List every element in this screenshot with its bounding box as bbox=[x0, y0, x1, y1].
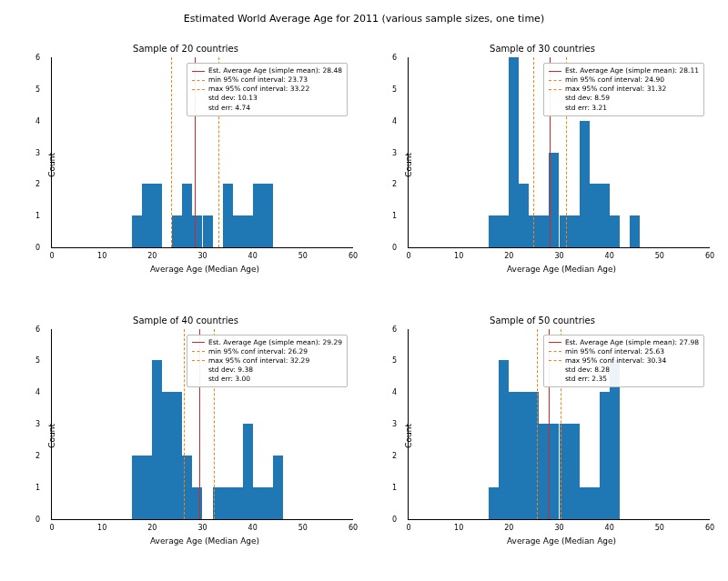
legend-row: std err: 4.74 bbox=[192, 104, 342, 113]
histogram-bar bbox=[539, 215, 549, 247]
y-tick: 3 bbox=[35, 148, 40, 156]
legend-text: min 95% conf interval: 24.90 bbox=[565, 75, 664, 85]
subplot-title: Sample of 20 countries bbox=[13, 44, 359, 54]
histogram-bar bbox=[580, 121, 590, 247]
x-tick: 30 bbox=[197, 252, 207, 260]
x-axis-label: Average Age (Median Age) bbox=[51, 536, 359, 546]
histogram-bar bbox=[600, 392, 610, 518]
legend-row: min 95% conf interval: 24.90 bbox=[549, 75, 699, 85]
blank-swatch-icon bbox=[192, 107, 205, 108]
legend-text: Est. Average Age (simple mean): 28.48 bbox=[208, 66, 342, 75]
y-tick: 5 bbox=[35, 356, 40, 365]
legend: Est. Average Age (simple mean): 27.98min… bbox=[543, 335, 704, 388]
ci-swatch-icon bbox=[549, 360, 561, 361]
histogram-bar bbox=[590, 487, 600, 519]
x-axis-label: Average Age (Median Age) bbox=[51, 265, 359, 274]
blank-swatch-icon bbox=[549, 369, 561, 370]
y-axis-label: Count bbox=[47, 153, 56, 177]
legend-text: std err: 3.21 bbox=[565, 104, 607, 113]
legend-row: std dev: 8.59 bbox=[549, 94, 699, 103]
legend-row: Est. Average Age (simple mean): 28.48 bbox=[192, 66, 342, 75]
histogram-bar bbox=[192, 487, 202, 519]
x-tick: 10 bbox=[97, 524, 106, 532]
x-tick: 20 bbox=[504, 252, 513, 260]
x-tick: 50 bbox=[655, 524, 664, 532]
histogram-bar bbox=[172, 215, 182, 247]
x-tick: 40 bbox=[248, 252, 258, 260]
histogram-bar bbox=[549, 424, 559, 519]
legend-text: max 95% conf interval: 31.32 bbox=[565, 85, 666, 94]
legend: Est. Average Age (simple mean): 28.48min… bbox=[187, 63, 348, 116]
legend-text: std dev: 10.13 bbox=[208, 94, 258, 103]
x-tick: 40 bbox=[605, 252, 614, 260]
legend-row: std dev: 9.38 bbox=[192, 366, 342, 375]
legend-text: min 95% conf interval: 26.29 bbox=[208, 347, 308, 356]
y-tick: 3 bbox=[392, 148, 397, 156]
histogram-bar bbox=[162, 392, 172, 518]
histogram-bar bbox=[233, 215, 243, 247]
x-tick: 50 bbox=[655, 252, 664, 260]
mean-swatch-icon bbox=[549, 342, 561, 343]
histogram-bar bbox=[132, 456, 142, 519]
histogram-bar bbox=[203, 215, 213, 247]
x-tick: 20 bbox=[147, 524, 157, 532]
histogram-bar bbox=[499, 215, 509, 247]
legend-row: std dev: 10.13 bbox=[192, 94, 342, 103]
legend-text: max 95% conf interval: 32.29 bbox=[208, 356, 309, 366]
x-tick: 0 bbox=[49, 252, 54, 260]
x-tick: 20 bbox=[147, 252, 157, 260]
y-tick: 0 bbox=[35, 515, 40, 523]
ci-swatch-icon bbox=[192, 80, 205, 81]
ci-swatch-icon bbox=[549, 89, 561, 90]
y-tick: 4 bbox=[35, 388, 40, 396]
histogram-bar bbox=[263, 184, 273, 247]
y-tick: 6 bbox=[35, 54, 40, 62]
y-axis-label: Count bbox=[47, 424, 56, 448]
y-axis-label: Count bbox=[404, 153, 413, 177]
ci-line bbox=[184, 329, 185, 519]
legend: Est. Average Age (simple mean): 28.11min… bbox=[543, 63, 704, 116]
x-tick: 60 bbox=[349, 524, 358, 532]
x-tick: 50 bbox=[298, 524, 308, 532]
legend-row: min 95% conf interval: 26.29 bbox=[192, 347, 342, 356]
blank-swatch-icon bbox=[549, 107, 561, 108]
histogram-bar bbox=[243, 424, 253, 519]
ci-swatch-icon bbox=[549, 351, 561, 352]
x-tick: 20 bbox=[504, 524, 513, 532]
x-tick: 0 bbox=[406, 252, 410, 260]
x-tick: 0 bbox=[49, 524, 54, 532]
y-tick: 6 bbox=[35, 325, 40, 333]
y-tick: 6 bbox=[392, 54, 397, 62]
y-tick: 3 bbox=[392, 420, 397, 428]
y-tick: 4 bbox=[35, 116, 40, 125]
legend-row: std err: 3.21 bbox=[549, 104, 699, 113]
legend-text: std err: 3.00 bbox=[208, 375, 250, 384]
histogram-bar bbox=[273, 456, 283, 519]
y-tick: 0 bbox=[392, 244, 397, 252]
histogram-bar bbox=[132, 215, 142, 247]
plot-area: Count01020304050600123456Est. Average Ag… bbox=[408, 329, 710, 520]
subplot-title: Sample of 40 countries bbox=[13, 316, 359, 326]
histogram-bar bbox=[182, 184, 192, 247]
histogram-bar bbox=[600, 184, 610, 247]
histogram-bar bbox=[243, 215, 253, 247]
x-tick: 30 bbox=[554, 524, 563, 532]
histogram-bar bbox=[142, 184, 152, 247]
y-tick: 5 bbox=[392, 85, 397, 93]
histogram-bar bbox=[489, 215, 499, 247]
histogram-bar bbox=[489, 487, 499, 519]
legend-text: Est. Average Age (simple mean): 27.98 bbox=[565, 338, 699, 347]
y-tick: 1 bbox=[392, 212, 397, 220]
histogram-bar bbox=[519, 184, 529, 247]
x-tick: 60 bbox=[349, 252, 358, 260]
x-tick: 50 bbox=[298, 252, 308, 260]
legend-text: max 95% conf interval: 33.22 bbox=[208, 85, 309, 94]
subplot: Sample of 30 countriesCount0102030405060… bbox=[369, 44, 715, 294]
x-tick: 30 bbox=[197, 524, 207, 532]
histogram-bar bbox=[570, 215, 580, 247]
blank-swatch-icon bbox=[192, 98, 205, 99]
x-tick: 10 bbox=[97, 252, 106, 260]
ci-line bbox=[533, 57, 534, 247]
y-tick: 2 bbox=[392, 180, 397, 188]
legend-row: std dev: 8.28 bbox=[549, 366, 699, 375]
